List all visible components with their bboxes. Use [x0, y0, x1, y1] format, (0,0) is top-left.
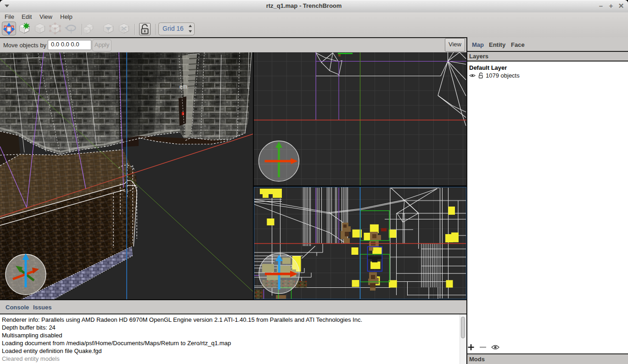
svg-text:em: em [179, 84, 187, 90]
svg-text:Grid 16: Grid 16 [163, 25, 184, 32]
